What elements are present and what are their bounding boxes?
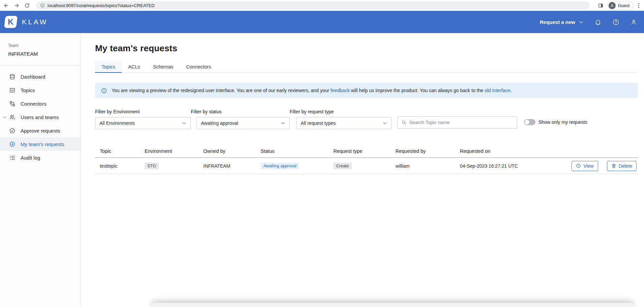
dock-shadow-bar: [152, 303, 634, 307]
col-environment: Environment: [145, 148, 203, 154]
reload-icon[interactable]: [24, 3, 30, 8]
sidebar-item-approve-requests[interactable]: Approve requests: [0, 124, 81, 137]
main-content: My team's requests Topics ACLs Schemas C…: [81, 33, 644, 307]
request-type-badge: Create: [333, 163, 352, 169]
users-icon: [9, 114, 16, 120]
chevron-down-icon: [281, 121, 285, 125]
plus-circle-icon: [9, 141, 16, 147]
tab-schemas[interactable]: Schemas: [147, 61, 180, 73]
profile-name: Guest: [618, 3, 630, 8]
table-row: testtopic STG INFRATEAM Awaiting approva…: [95, 158, 638, 174]
browser-controls: Guest: [598, 1, 640, 10]
col-owned-by: Owned by: [203, 148, 261, 154]
tab-connectors[interactable]: Connectors: [180, 61, 217, 73]
brand-name: KLAW: [22, 18, 48, 26]
status-filter-select[interactable]: Awaiting approval: [197, 117, 290, 129]
notifications-button[interactable]: [594, 19, 602, 26]
bell-icon: [594, 19, 602, 26]
list-icon: [9, 155, 16, 161]
col-requested-on: Requested on: [460, 148, 571, 154]
environment-filter-label: Filter by Environment: [95, 109, 191, 114]
request-type-filter-label: Filter by request type: [290, 109, 391, 114]
team-name: INFRATEAM: [8, 51, 72, 57]
app-header: K KLAW Request a new: [0, 11, 644, 33]
trash-icon: [611, 163, 616, 168]
col-topic: Topic: [100, 148, 145, 154]
sidebar-item-users-and-teams[interactable]: Users and teams: [0, 110, 81, 124]
environment-badge: STG: [145, 163, 159, 169]
view-button[interactable]: View: [572, 161, 598, 171]
topic-search-box: [397, 116, 517, 129]
topic-box-icon: [9, 87, 16, 93]
help-button[interactable]: [612, 19, 619, 26]
cell-topic: testtopic: [100, 163, 145, 169]
environment-filter-select[interactable]: All Environments: [95, 117, 191, 129]
info-circle-icon: [101, 87, 107, 94]
chevron-down-icon: [182, 121, 186, 125]
chevron-down-icon: [579, 20, 584, 25]
kebab-menu-icon[interactable]: [638, 2, 640, 9]
connectors-icon: [9, 101, 16, 107]
database-icon: [9, 74, 16, 80]
toggle-label: Show only my requests: [538, 119, 587, 125]
sidebar-divider: [0, 65, 81, 65]
team-label: Team: [8, 43, 72, 48]
sidebar-item-dashboard[interactable]: Dashboard: [0, 70, 81, 83]
cell-owned-by: INFRATEAM: [203, 163, 261, 169]
info-circle-icon: [576, 163, 581, 168]
cell-requested-by: william: [396, 163, 460, 169]
request-type-filter-select[interactable]: All request types: [296, 117, 391, 129]
preview-banner: You are viewing a preview of the redesig…: [95, 83, 638, 98]
chevron-down-icon: [382, 121, 387, 125]
sidebar: Team INFRATEAM Dashboard Topics Connecto…: [0, 33, 81, 307]
back-icon[interactable]: [3, 3, 9, 8]
banner-text: You are viewing a preview of the redesig…: [112, 88, 511, 93]
side-panel-icon[interactable]: [598, 3, 604, 8]
tab-acls[interactable]: ACLs: [122, 61, 146, 73]
show-only-my-requests-toggle[interactable]: [524, 119, 535, 125]
sidebar-item-connectors[interactable]: Connectors: [0, 97, 81, 110]
check-circle-icon: [9, 128, 16, 134]
requests-table: Topic Environment Owned by Status Reques…: [95, 144, 638, 174]
col-requested-by: Requested by: [396, 148, 460, 154]
status-badge: Awaiting approval: [261, 163, 299, 169]
klaw-logo-icon[interactable]: K: [4, 16, 18, 28]
search-icon: [401, 120, 407, 125]
old-interface-link[interactable]: old interface: [485, 88, 510, 93]
sidebar-item-audit-log[interactable]: Audit log: [0, 151, 81, 164]
sidebar-item-topics[interactable]: Topics: [0, 83, 81, 97]
table-header-row: Topic Environment Owned by Status Reques…: [95, 144, 638, 158]
filter-toolbar: Filter by Environment All Environments F…: [95, 109, 638, 129]
search-input[interactable]: [409, 120, 513, 125]
feedback-link[interactable]: feedback: [330, 88, 350, 93]
request-a-new-button[interactable]: Request a new: [540, 19, 584, 25]
delete-button[interactable]: Delete: [607, 161, 637, 171]
tab-topics[interactable]: Topics: [95, 61, 122, 73]
browser-chrome: localhost:9097/coral/requests/topics?sta…: [0, 0, 644, 11]
avatar-icon: [609, 2, 616, 9]
col-request-type: Request type: [333, 148, 396, 154]
cell-requested-on: 04-Sep-2023 16:27:21 UTC: [460, 163, 571, 169]
browser-profile-chip[interactable]: Guest: [608, 1, 634, 10]
sidebar-nav: Dashboard Topics Connectors Users and te…: [0, 70, 81, 164]
profile-button[interactable]: [630, 19, 637, 26]
user-icon: [630, 19, 637, 26]
sidebar-item-my-teams-requests[interactable]: My team's requests: [0, 137, 81, 151]
url-bar[interactable]: localhost:9097/coral/requests/topics?sta…: [36, 1, 590, 9]
col-status: Status: [261, 148, 333, 154]
site-info-icon[interactable]: [40, 3, 45, 8]
forward-icon[interactable]: [14, 3, 20, 8]
url-text: localhost:9097/coral/requests/topics?sta…: [48, 3, 154, 8]
status-filter-label: Filter by status: [191, 109, 290, 114]
page-title: My team's requests: [95, 43, 638, 54]
help-icon: [612, 19, 619, 26]
tab-bar: Topics ACLs Schemas Connectors: [95, 61, 638, 73]
chevron-down-icon: [2, 115, 7, 119]
